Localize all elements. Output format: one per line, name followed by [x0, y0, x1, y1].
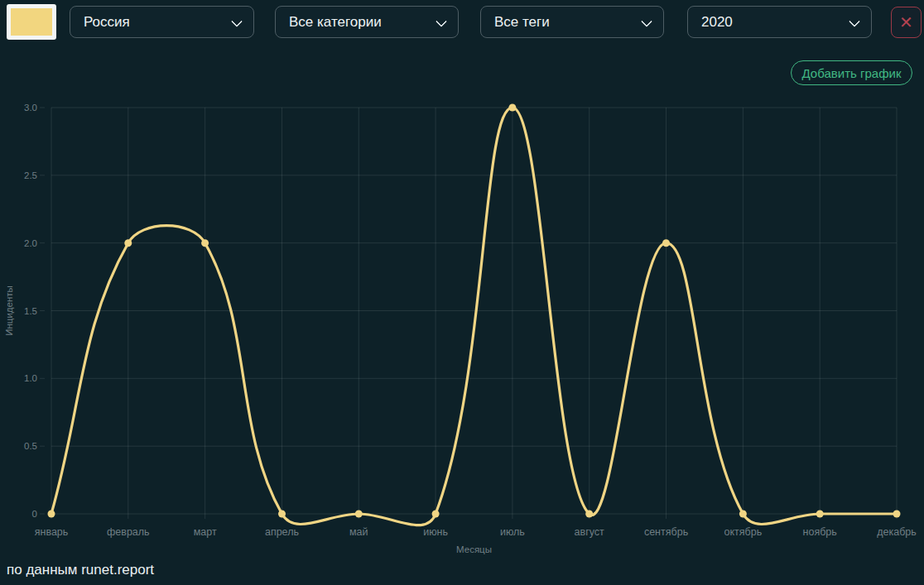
series-color-swatch [7, 4, 56, 40]
y-tick-label: 0.5 [24, 441, 37, 451]
incidents-line-chart[interactable]: 00.51.01.52.02.53.0январьфевральмартапре… [0, 0, 924, 585]
chevron-down-icon [436, 16, 447, 27]
x-tick-label: февраль [107, 526, 150, 538]
chevron-down-icon [231, 16, 243, 27]
data-point[interactable] [585, 511, 593, 518]
data-point[interactable] [48, 511, 55, 518]
data-point[interactable] [739, 511, 747, 518]
series-color-swatch-fill [11, 8, 52, 36]
data-point[interactable] [201, 239, 209, 247]
data-source-note: по данным runet.report [7, 562, 154, 578]
category-select-value: Все категории [289, 14, 382, 31]
y-tick-label: 1.5 [24, 306, 37, 316]
data-point[interactable] [124, 239, 132, 247]
y-tick-label: 0 [32, 509, 37, 519]
data-point[interactable] [278, 511, 286, 518]
x-tick-label: апрель [265, 526, 299, 538]
tag-select-value: Все теги [494, 14, 550, 31]
chevron-down-icon [641, 16, 652, 27]
data-point[interactable] [662, 239, 670, 247]
x-tick-label: август [575, 526, 605, 538]
x-tick-label: июнь [423, 526, 448, 538]
add-chart-button-label: Добавить график [802, 66, 902, 80]
series-line [51, 108, 897, 525]
close-icon: ✕ [899, 14, 913, 31]
country-select[interactable]: Россия [70, 6, 254, 38]
x-tick-label: ноябрь [803, 526, 837, 538]
data-point[interactable] [508, 104, 516, 112]
x-tick-label: сентябрь [644, 526, 688, 538]
year-select-value: 2020 [701, 14, 733, 31]
data-point[interactable] [893, 511, 901, 518]
y-tick-label: 2.5 [24, 170, 37, 180]
x-tick-label: январь [35, 526, 69, 538]
year-select[interactable]: 2020 [687, 6, 872, 38]
country-select-value: Россия [84, 14, 130, 31]
add-chart-button[interactable]: Добавить график [791, 60, 912, 85]
x-tick-label: май [349, 526, 368, 538]
remove-chart-button[interactable]: ✕ [891, 7, 922, 38]
x-axis-title: Месяцы [456, 544, 492, 554]
x-tick-label: декабрь [877, 526, 917, 538]
tag-select[interactable]: Все теги [480, 6, 664, 38]
y-tick-label: 1.0 [24, 373, 37, 383]
y-tick-label: 3.0 [24, 103, 37, 113]
x-tick-label: июль [500, 526, 525, 538]
x-tick-label: март [194, 526, 217, 538]
x-tick-label: октябрь [724, 526, 763, 538]
data-point[interactable] [432, 511, 440, 518]
data-point[interactable] [816, 511, 824, 518]
y-axis-title: Инциденты [4, 285, 14, 336]
chevron-down-icon [849, 16, 860, 27]
y-tick-label: 2.0 [24, 238, 37, 248]
data-point[interactable] [355, 511, 363, 518]
category-select[interactable]: Все категории [275, 6, 459, 38]
